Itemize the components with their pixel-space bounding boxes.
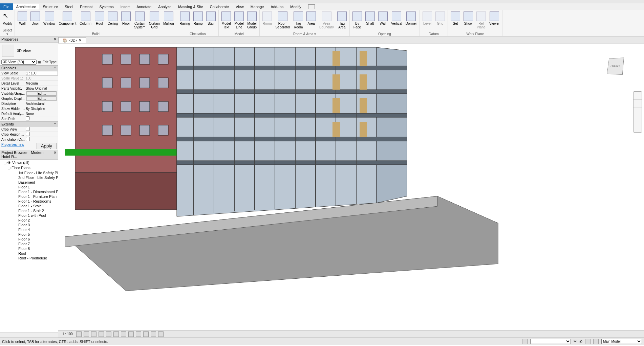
browser-item[interactable]: Floor 1 - Furniture Plan (1, 194, 57, 199)
shaft-tool[interactable]: Shaft (364, 11, 376, 26)
edit-type-button[interactable]: Edit Type (42, 60, 57, 64)
menu-tab-architecture[interactable]: Architecture (13, 4, 40, 9)
close-properties[interactable]: ✕ (53, 37, 57, 42)
menu-tab-addins[interactable]: Add-Ins (267, 4, 287, 9)
temp-hide-icon[interactable] (136, 331, 141, 337)
roof-tool[interactable]: Roof (93, 11, 106, 26)
show-hidden-value[interactable]: By Discipline (25, 107, 58, 111)
type-selector[interactable]: 3D View (0, 43, 58, 59)
properties-help-link[interactable]: Properties help (1, 143, 24, 149)
menu-tab-annotate[interactable]: Annotate (133, 4, 155, 9)
browser-item[interactable]: Roof (1, 251, 57, 256)
browser-item[interactable]: Floor 7 (1, 241, 57, 246)
menu-tab-view[interactable]: View (232, 4, 247, 9)
views-root[interactable]: ⊟ 👁 Views (all) (1, 160, 57, 165)
door-tool[interactable]: Door (29, 11, 41, 26)
model-text-tool[interactable]: ModelText (220, 11, 232, 30)
project-browser[interactable]: ⊟ 👁 Views (all) ⊟ Floor Plans 1st Floor … (0, 160, 58, 332)
menu-tab-structure[interactable]: Structure (39, 4, 61, 9)
menu-tab-massingsite[interactable]: Massing & Site (175, 4, 206, 9)
crop-view-checkbox[interactable] (26, 127, 30, 131)
ceiling-tool[interactable]: Ceiling (106, 11, 120, 26)
reveal-icon[interactable] (143, 331, 149, 337)
browser-item[interactable]: Floor 1 - Restrooms (1, 199, 57, 204)
scale-display[interactable]: 1 : 100 (61, 332, 74, 336)
by-face-tool[interactable]: ByFace (351, 11, 363, 30)
view-cube[interactable]: FRONT (607, 57, 634, 85)
model-group-tool[interactable]: ModelGroup (246, 11, 258, 30)
menu-tab-precast[interactable]: Precast (77, 4, 96, 9)
tag-room-tool[interactable]: TagRoom (292, 11, 304, 30)
set-tool[interactable]: Set (449, 11, 461, 26)
mullion-tool[interactable]: Mullion (162, 11, 175, 26)
filter-icon[interactable] (585, 339, 591, 344)
view-instance-dropdown[interactable]: 3D View: {3D} (1, 60, 37, 65)
menu-tab-modify[interactable]: Modify (287, 4, 304, 9)
menu-tab-steel[interactable]: Steel (61, 4, 77, 9)
browser-item[interactable]: Floor 6 (1, 237, 57, 241)
window-tool[interactable]: Window (42, 11, 57, 26)
viewer-tool[interactable]: Viewer (488, 11, 501, 26)
wall-tool[interactable]: Wall (377, 11, 389, 26)
column-tool[interactable]: Column (78, 11, 92, 26)
pan-icon[interactable] (634, 100, 642, 108)
graphics-category[interactable]: Graphics⌃ (0, 65, 58, 71)
browser-item[interactable]: Floor 5 (1, 232, 57, 237)
visual-style-icon[interactable] (84, 331, 89, 337)
vertical-tool[interactable]: Vertical (390, 11, 404, 26)
parts-vis-value[interactable]: Show Original (25, 87, 58, 90)
file-menu[interactable]: File (0, 3, 13, 10)
model-line-tool[interactable]: ModelLine (233, 11, 245, 30)
stair-tool[interactable]: Stair (205, 11, 217, 26)
crop-icon[interactable] (113, 331, 119, 337)
component-tool[interactable]: Component (58, 11, 78, 26)
worksets-icon[interactable] (522, 339, 528, 344)
expand-icon[interactable] (634, 124, 642, 132)
floor-plans-node[interactable]: ⊟ Floor Plans (1, 165, 57, 170)
workset-dropdown[interactable] (530, 339, 571, 344)
detail-level-icon[interactable] (76, 331, 82, 337)
apply-button[interactable]: Apply (37, 143, 57, 149)
room-separator-tool[interactable]: RoomSeparator (274, 11, 292, 30)
show-tool[interactable]: Show (462, 11, 474, 26)
browser-item[interactable]: 1st Floor - Life Safety Pla... (1, 170, 57, 175)
browser-scrollbar[interactable] (0, 332, 58, 338)
steering-wheel-icon[interactable] (634, 92, 642, 100)
menu-tab-collaborate[interactable]: Collaborate (207, 4, 232, 9)
area-tool[interactable]: Area (305, 11, 317, 26)
browser-item[interactable]: Floor 1 - Stair 1 (1, 204, 57, 208)
menu-tab-insert[interactable]: Insert (117, 4, 133, 9)
crop-region-checkbox[interactable] (26, 132, 30, 136)
3d-viewport[interactable]: FRONT (58, 44, 644, 330)
floor-tool[interactable]: Floor (120, 11, 132, 26)
orbit-icon[interactable] (634, 116, 642, 124)
close-tab[interactable]: ✕ (79, 38, 82, 43)
analytical-icon[interactable] (151, 331, 156, 337)
browser-item[interactable]: Basement (1, 180, 57, 185)
discipline-value[interactable]: Architectural (25, 102, 58, 106)
lock-icon[interactable] (128, 331, 134, 337)
menu-tab-analyze[interactable]: Analyze (155, 4, 175, 9)
wall-tool[interactable]: Wall (16, 11, 28, 26)
ramp-tool[interactable]: Ramp (192, 11, 204, 26)
tag-area-tool[interactable]: TagArea (336, 11, 348, 30)
annotation-crop-checkbox[interactable] (26, 137, 30, 141)
railing-tool[interactable]: Railing (178, 11, 192, 26)
view-tab-3d[interactable]: 🏠 {3D} ✕ (58, 37, 86, 43)
browser-item[interactable]: Floor 2 (1, 218, 57, 223)
browser-item[interactable]: Roof - Poolhouse (1, 256, 57, 260)
browser-item[interactable]: Floor 1 - Dimensioned Pl... (1, 189, 57, 194)
menu-tab-systems[interactable]: Systems (96, 4, 117, 9)
design-options-dropdown[interactable]: Main Model (601, 339, 642, 344)
appearance-icon[interactable] (308, 4, 315, 9)
detail-level-value[interactable]: Medium (25, 82, 58, 85)
dormer-tool[interactable]: Dormer (404, 11, 418, 26)
browser-item[interactable]: Floor 8 (1, 246, 57, 251)
curtain-system-tool[interactable]: CurtainSystem (133, 11, 147, 30)
render-icon[interactable] (106, 331, 111, 337)
curtain-grid-tool[interactable]: CurtainGrid (148, 11, 161, 30)
graphic-display-edit-button[interactable]: Edit... (26, 96, 57, 101)
close-browser[interactable]: ✕ (53, 151, 57, 159)
constraints-icon[interactable] (158, 331, 164, 337)
browser-item[interactable]: Floor 1 (1, 185, 57, 189)
